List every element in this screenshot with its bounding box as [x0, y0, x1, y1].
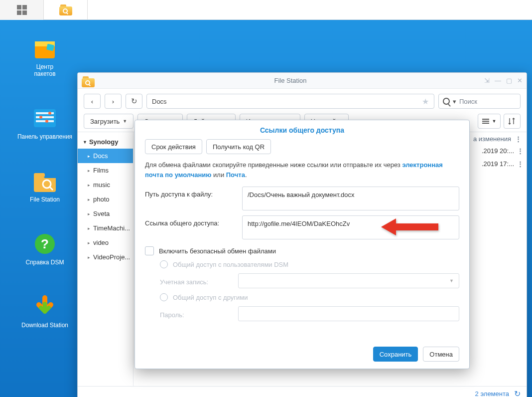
close-icon[interactable]: ✕ — [517, 77, 523, 84]
nav-back-button[interactable]: ‹ — [84, 94, 101, 109]
share-others-label: Общий доступ с другими — [173, 294, 248, 301]
window-title: File Station — [97, 77, 484, 84]
svg-text:?: ? — [41, 236, 49, 251]
minimize-icon[interactable]: — — [495, 77, 501, 84]
row-menu-0[interactable]: ⋮ — [517, 147, 524, 155]
annotation-arrow — [381, 214, 441, 241]
save-button[interactable]: Сохранить — [373, 347, 418, 362]
folder-tree: ▼Synology ▸Docs ▸Films ▸music ▸photo ▸Sv… — [78, 132, 133, 386]
apps-icon — [17, 5, 27, 15]
statusbar: 2 элемента ↻ — [78, 386, 527, 397]
file-path-value[interactable]: /Docs/Очень важный документ.docx — [242, 187, 459, 210]
desktop-icon-label: Центр пакетов — [15, 63, 75, 77]
maximize-icon[interactable]: ▢ — [506, 77, 512, 84]
svg-point-9 — [45, 120, 48, 123]
secure-sharing-label: Включить безопасный обмен файлами — [159, 247, 276, 255]
qr-button[interactable]: Получить код QR — [206, 139, 271, 154]
svg-point-8 — [39, 116, 42, 119]
tree-item-films[interactable]: ▸Films — [78, 163, 133, 178]
dialog-description: Для обмена файлами скопируйте приведенны… — [145, 160, 459, 180]
desktop-icon-package-center[interactable]: Центр пакетов — [15, 32, 75, 81]
column-modified[interactable]: а изменения⋮ — [473, 132, 522, 146]
account-label: Учетная запись: — [160, 276, 232, 286]
taskbar-filestation[interactable] — [44, 0, 88, 20]
view-list-button[interactable]: ▼ — [478, 114, 501, 129]
search-placeholder: Поиск — [459, 98, 477, 105]
tree-item-videoproject[interactable]: ▸VideoProje... — [78, 250, 133, 264]
mail-link[interactable]: Почта — [226, 171, 245, 179]
file-path-label: Путь доступа к файлу: — [145, 187, 242, 198]
share-others-radio — [160, 293, 168, 301]
tree-item-sveta[interactable]: ▸Sveta — [78, 206, 133, 221]
share-links-dialog: Ссылки общего доступа Срок действия Полу… — [134, 120, 470, 369]
password-input — [238, 306, 459, 321]
folder-search-icon — [59, 4, 72, 15]
pin-icon[interactable]: ⇲ — [484, 77, 490, 84]
desktop-icon-download-station[interactable]: Download Station — [15, 291, 75, 333]
desktop-icon-label: File Station — [15, 196, 75, 203]
cancel-button[interactable]: Отмена — [423, 347, 459, 362]
row-time-1: .2019 17:... — [482, 160, 514, 168]
tree-item-timemachine[interactable]: ▸TimeMachi... — [78, 221, 133, 235]
desktop-icon-control-panel[interactable]: Панель управления — [15, 102, 75, 144]
titlebar: File Station ⇲ — ▢ ✕ — [78, 73, 527, 89]
tree-item-video[interactable]: ▸video — [78, 235, 133, 250]
secure-sharing-checkbox[interactable] — [145, 246, 154, 255]
dialog-title: Ссылки общего доступа — [135, 120, 469, 139]
tree-root[interactable]: ▼Synology — [78, 135, 133, 149]
desktop-icon-label: Справка DSM — [15, 259, 75, 266]
favorite-icon[interactable]: ★ — [422, 97, 429, 106]
expiry-button[interactable]: Срок действия — [145, 139, 202, 154]
desktop: Центр пакетов Панель управления File Sta… — [0, 20, 532, 397]
share-dsm-label: Общий доступ с пользователями DSM — [173, 261, 288, 268]
tree-item-photo[interactable]: ▸photo — [78, 192, 133, 206]
svg-rect-10 — [34, 173, 45, 177]
upload-button[interactable]: Загрузить▼ — [84, 114, 133, 129]
reload-button[interactable] — [126, 94, 142, 109]
desktop-icon-file-station[interactable]: File Station — [15, 165, 75, 207]
taskbar — [0, 0, 532, 20]
svg-rect-6 — [36, 120, 54, 122]
row-menu-1[interactable]: ⋮ — [517, 160, 524, 168]
account-select: ▼ — [238, 273, 459, 288]
password-label: Пароль: — [160, 309, 232, 319]
status-reload-icon[interactable]: ↻ — [514, 389, 521, 397]
taskbar-apps[interactable] — [0, 0, 44, 20]
search-icon — [443, 98, 450, 105]
share-link-label: Ссылка общего доступа: — [145, 215, 242, 227]
path-field[interactable]: Docs ★ — [146, 94, 434, 109]
tree-item-docs[interactable]: ▸Docs — [78, 149, 133, 163]
desktop-icon-label: Download Station — [15, 322, 75, 329]
svg-marker-15 — [381, 218, 438, 235]
search-box[interactable]: ▾ Поиск — [438, 94, 521, 109]
nav-forward-button[interactable]: › — [105, 94, 122, 109]
desktop-icon-dsm-help[interactable]: ? Справка DSM — [15, 228, 75, 270]
row-time-0: .2019 20:... — [482, 147, 514, 155]
sort-button[interactable] — [504, 114, 521, 129]
share-dsm-radio — [160, 260, 168, 268]
status-count: 2 элемента — [475, 390, 509, 397]
tree-item-music[interactable]: ▸music — [78, 178, 133, 192]
path-text: Docs — [152, 98, 167, 105]
window-icon — [82, 76, 92, 85]
svg-rect-5 — [36, 116, 54, 118]
svg-point-7 — [48, 112, 51, 115]
desktop-icon-label: Панель управления — [15, 133, 75, 140]
location-row: ‹ › Docs ★ ▾ Поиск — [78, 89, 527, 114]
